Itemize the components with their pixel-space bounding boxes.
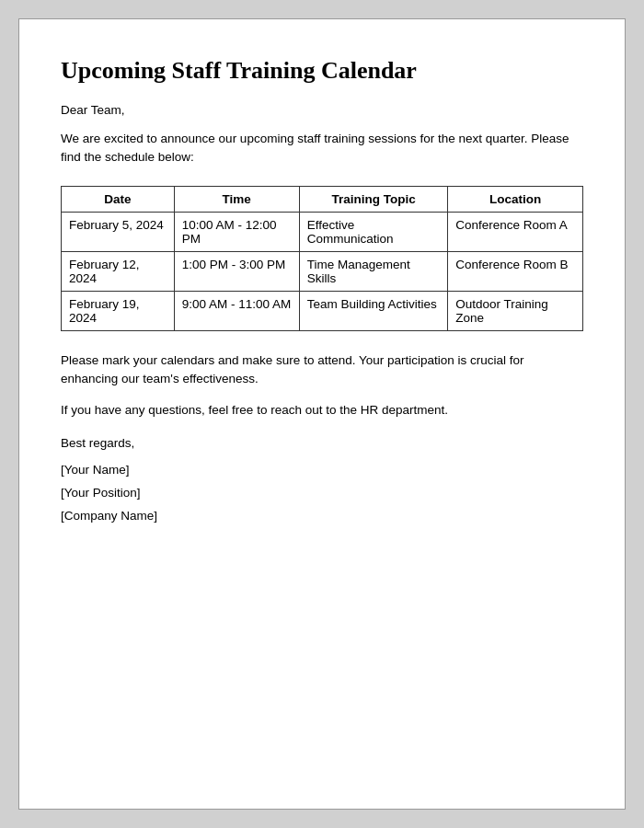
col-header-date: Date — [62, 186, 175, 212]
regards-text: Best regards, — [61, 436, 583, 450]
greeting-text: Dear Team, — [61, 103, 583, 117]
cell-location-2: Outdoor Training Zone — [448, 291, 583, 330]
cell-topic-2: Team Building Activities — [299, 291, 448, 330]
table-row: February 5, 202410:00 AM - 12:00 PMEffec… — [62, 212, 583, 251]
page-title: Upcoming Staff Training Calendar — [61, 56, 583, 85]
cell-topic-0: Effective Communication — [299, 212, 448, 251]
closing-paragraph: Please mark your calendars and make sure… — [61, 351, 583, 389]
cell-location-0: Conference Room A — [448, 212, 583, 251]
cell-time-2: 9:00 AM - 11:00 AM — [174, 291, 299, 330]
col-header-topic: Training Topic — [299, 186, 448, 212]
cell-date-1: February 12, 2024 — [62, 251, 175, 291]
schedule-table: Date Time Training Topic Location Februa… — [61, 186, 583, 331]
intro-paragraph: We are excited to announce our upcoming … — [61, 130, 583, 167]
cell-time-1: 1:00 PM - 3:00 PM — [174, 251, 299, 291]
cell-topic-1: Time Management Skills — [299, 251, 448, 291]
table-header-row: Date Time Training Topic Location — [62, 186, 583, 212]
document-page: Upcoming Staff Training Calendar Dear Te… — [18, 18, 626, 810]
signature-position: [Your Position] — [61, 486, 583, 500]
cell-date-0: February 5, 2024 — [62, 212, 175, 251]
table-row: February 19, 20249:00 AM - 11:00 AMTeam … — [62, 291, 583, 330]
cell-location-1: Conference Room B — [448, 251, 583, 291]
table-row: February 12, 20241:00 PM - 3:00 PMTime M… — [62, 251, 583, 291]
signature-name: [Your Name] — [61, 463, 583, 477]
cell-time-0: 10:00 AM - 12:00 PM — [174, 212, 299, 251]
cell-date-2: February 19, 2024 — [62, 291, 175, 330]
questions-paragraph: If you have any questions, feel free to … — [61, 401, 583, 420]
col-header-time: Time — [174, 186, 299, 212]
signature-company: [Company Name] — [61, 509, 583, 523]
col-header-location: Location — [448, 186, 583, 212]
